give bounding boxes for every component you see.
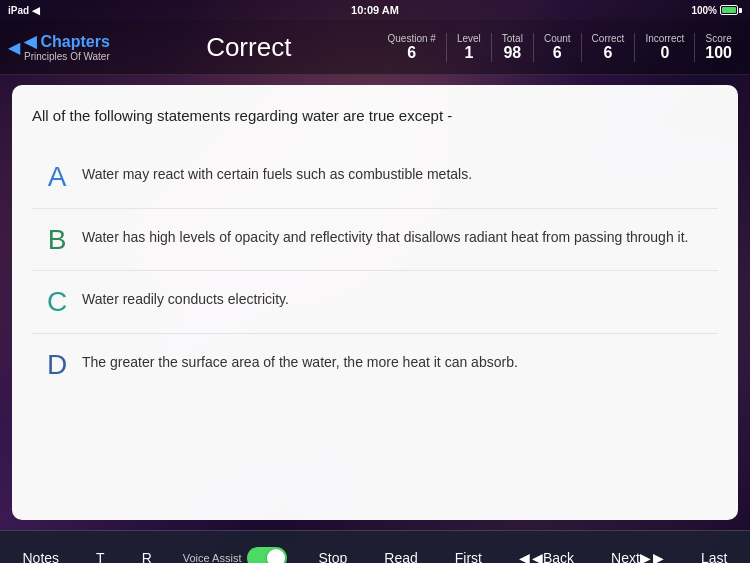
first-button[interactable]: First: [449, 546, 488, 563]
option-text-d: The greater the surface area of the wate…: [82, 348, 518, 373]
stat-count-value: 6: [553, 44, 562, 62]
battery-icon: [720, 5, 742, 15]
notes-button[interactable]: Notes: [17, 546, 66, 563]
read-button[interactable]: Read: [378, 546, 423, 563]
answer-option-c[interactable]: C Water readily conducts electricity.: [32, 271, 718, 334]
option-letter-b: B: [32, 223, 82, 257]
question-card: All of the following statements regardin…: [12, 85, 738, 520]
stat-score-label: Score: [706, 33, 732, 44]
stat-correct-value: 6: [604, 44, 613, 62]
next-arrow-icon: ▶: [653, 550, 664, 563]
battery-percent: 100%: [691, 5, 717, 16]
option-letter-d: D: [32, 348, 82, 382]
stat-correct-label: Correct: [592, 33, 625, 44]
toggle-knob: [267, 549, 285, 563]
chapter-title-group: ◀ Chapters Principles Of Water: [24, 32, 110, 62]
voice-assist-label: Voice Assist: [183, 552, 242, 563]
stat-incorrect-label: Incorrect: [645, 33, 684, 44]
option-letter-c: C: [32, 285, 82, 319]
option-text-b: Water has high levels of opacity and ref…: [82, 223, 688, 248]
stop-button[interactable]: Stop: [312, 546, 353, 563]
stat-question-label: Question #: [388, 33, 436, 44]
correct-label: Correct: [120, 32, 378, 63]
chapters-label: ◀ Chapters: [24, 32, 110, 51]
back-navigation[interactable]: ◀ ◀ Chapters Principles Of Water: [0, 32, 120, 62]
voice-assist-toggle[interactable]: [247, 547, 287, 563]
stat-score: Score 100: [694, 33, 742, 62]
stat-incorrect: Incorrect 0: [634, 33, 694, 62]
status-left: iPad ◀: [8, 5, 40, 16]
answer-option-d[interactable]: D The greater the surface area of the wa…: [32, 334, 718, 396]
back-arrow-icon: ◀: [8, 38, 20, 57]
stat-question-value: 6: [407, 44, 416, 62]
answer-option-b[interactable]: B Water has high levels of opacity and r…: [32, 209, 718, 272]
t-button[interactable]: T: [90, 546, 111, 563]
last-button[interactable]: Last: [695, 546, 733, 563]
stat-count-label: Count: [544, 33, 571, 44]
chapter-subtitle: Principles Of Water: [24, 51, 110, 62]
next-button[interactable]: Next▶▶: [605, 546, 670, 563]
stat-incorrect-value: 0: [660, 44, 669, 62]
r-button[interactable]: R: [136, 546, 158, 563]
status-right: 100%: [691, 5, 742, 16]
ipad-label: iPad ◀: [8, 5, 40, 16]
back-button[interactable]: ◀◀Back: [513, 546, 580, 563]
option-text-a: Water may react with certain fuels such …: [82, 160, 472, 185]
stat-level-value: 1: [464, 44, 473, 62]
stat-total: Total 98: [491, 33, 533, 62]
voice-assist-group: Voice Assist: [183, 547, 288, 563]
stat-level: Level 1: [446, 33, 491, 62]
status-time: 10:09 AM: [351, 4, 399, 16]
stat-total-value: 98: [503, 44, 521, 62]
stat-total-label: Total: [502, 33, 523, 44]
answer-option-a[interactable]: A Water may react with certain fuels suc…: [32, 146, 718, 209]
back-arrow-nav-icon: ◀: [519, 550, 530, 563]
bottom-toolbar: 0 : 0 : 44 Notes T R Voice Assist Stop R…: [0, 530, 750, 563]
stat-score-value: 100: [705, 44, 732, 62]
option-letter-a: A: [32, 160, 82, 194]
option-text-c: Water readily conducts electricity.: [82, 285, 289, 310]
stats-row: Question # 6 Level 1 Total 98 Count 6 Co…: [378, 33, 751, 62]
stat-count: Count 6: [533, 33, 581, 62]
stat-question: Question # 6: [378, 33, 446, 62]
top-header: ◀ ◀ Chapters Principles Of Water Correct…: [0, 20, 750, 75]
stat-level-label: Level: [457, 33, 481, 44]
stat-correct: Correct 6: [581, 33, 635, 62]
question-text: All of the following statements regardin…: [32, 105, 718, 126]
status-bar: iPad ◀ 10:09 AM 100%: [0, 0, 750, 20]
